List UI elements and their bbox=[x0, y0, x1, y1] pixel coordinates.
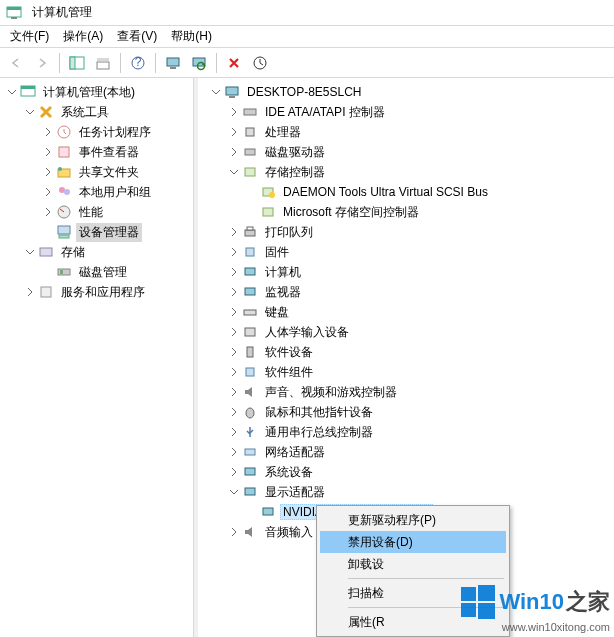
forward-button[interactable] bbox=[30, 51, 54, 75]
computer-cat[interactable]: 计算机 bbox=[198, 262, 614, 282]
ctx-uninstall[interactable]: 卸载设 bbox=[320, 553, 506, 575]
hid[interactable]: 人体学输入设备 bbox=[198, 322, 614, 342]
collapse-icon[interactable] bbox=[208, 84, 224, 100]
task-scheduler[interactable]: 任务计划程序 bbox=[0, 122, 193, 142]
tree-root[interactable]: 计算机管理(本地) bbox=[0, 82, 193, 102]
collapse-icon[interactable] bbox=[22, 104, 38, 120]
tree-label: DESKTOP-8E5SLCH bbox=[244, 84, 365, 100]
services-group[interactable]: 服务和应用程序 bbox=[0, 282, 193, 302]
expand-icon[interactable] bbox=[226, 224, 242, 240]
computer-button[interactable] bbox=[161, 51, 185, 75]
system-tools-group[interactable]: 系统工具 bbox=[0, 102, 193, 122]
tree-label: 任务计划程序 bbox=[76, 123, 154, 142]
display-adapters[interactable]: 显示适配器 bbox=[198, 482, 614, 502]
expand-icon[interactable] bbox=[226, 404, 242, 420]
component-icon bbox=[242, 364, 258, 380]
expand-icon[interactable] bbox=[226, 444, 242, 460]
expand-icon[interactable] bbox=[226, 344, 242, 360]
expand-icon[interactable] bbox=[226, 464, 242, 480]
gpu-icon bbox=[260, 504, 276, 520]
svg-point-36 bbox=[269, 192, 275, 198]
local-users[interactable]: 本地用户和组 bbox=[0, 182, 193, 202]
keyboard-icon bbox=[242, 304, 258, 320]
performance[interactable]: 性能 bbox=[0, 202, 193, 222]
tree-label: DAEMON Tools Ultra Virtual SCSI Bus bbox=[280, 184, 491, 200]
tree-label: 本地用户和组 bbox=[76, 183, 154, 202]
processors[interactable]: 处理器 bbox=[198, 122, 614, 142]
expand-icon[interactable] bbox=[226, 244, 242, 260]
menu-view[interactable]: 查看(V) bbox=[111, 26, 163, 47]
back-button[interactable] bbox=[4, 51, 28, 75]
expand-icon[interactable] bbox=[226, 104, 242, 120]
event-viewer[interactable]: 事件查看器 bbox=[0, 142, 193, 162]
svg-rect-51 bbox=[263, 508, 273, 515]
print-queues[interactable]: 打印队列 bbox=[198, 222, 614, 242]
storage-group[interactable]: 存储 bbox=[0, 242, 193, 262]
properties-button[interactable] bbox=[91, 51, 115, 75]
scan-button[interactable] bbox=[248, 51, 272, 75]
keyboards[interactable]: 键盘 bbox=[198, 302, 614, 322]
expand-icon[interactable] bbox=[40, 184, 56, 200]
storage-icon bbox=[38, 244, 54, 260]
device-tree-root[interactable]: DESKTOP-8E5SLCH bbox=[198, 82, 614, 102]
expand-icon[interactable] bbox=[40, 124, 56, 140]
tree-label: 磁盘驱动器 bbox=[262, 143, 328, 162]
mice[interactable]: 鼠标和其他指针设备 bbox=[198, 402, 614, 422]
software-components[interactable]: 软件组件 bbox=[198, 362, 614, 382]
svg-rect-17 bbox=[59, 147, 69, 157]
expand-icon[interactable] bbox=[226, 424, 242, 440]
menu-help[interactable]: 帮助(H) bbox=[165, 26, 218, 47]
expand-icon[interactable] bbox=[40, 144, 56, 160]
expand-icon[interactable] bbox=[226, 384, 242, 400]
help-button[interactable]: ? bbox=[126, 51, 150, 75]
system-devices[interactable]: 系统设备 bbox=[198, 462, 614, 482]
collapse-icon[interactable] bbox=[226, 164, 242, 180]
expand-icon[interactable] bbox=[226, 524, 242, 540]
show-hide-button[interactable] bbox=[65, 51, 89, 75]
disk-mgmt[interactable]: 磁盘管理 bbox=[0, 262, 193, 282]
ctx-update-driver[interactable]: 更新驱动程序(P) bbox=[320, 509, 506, 531]
watermark-url: www.win10xitong.com bbox=[502, 621, 610, 633]
expand-icon[interactable] bbox=[40, 204, 56, 220]
tree-label: 计算机 bbox=[262, 263, 304, 282]
shared-folders[interactable]: 共享文件夹 bbox=[0, 162, 193, 182]
ms-storage-ctrl[interactable]: Microsoft 存储空间控制器 bbox=[198, 202, 614, 222]
ctx-disable-device[interactable]: 禁用设备(D) bbox=[320, 531, 506, 553]
monitors[interactable]: 监视器 bbox=[198, 282, 614, 302]
collapse-icon[interactable] bbox=[4, 84, 20, 100]
firmware[interactable]: 固件 bbox=[198, 242, 614, 262]
daemon-tools[interactable]: DAEMON Tools Ultra Virtual SCSI Bus bbox=[198, 182, 614, 202]
expand-icon[interactable] bbox=[226, 324, 242, 340]
collapse-icon[interactable] bbox=[22, 244, 38, 260]
tree-label: 计算机管理(本地) bbox=[40, 83, 138, 102]
collapse-icon[interactable] bbox=[226, 484, 242, 500]
expand-icon[interactable] bbox=[226, 124, 242, 140]
expand-icon[interactable] bbox=[226, 364, 242, 380]
software-devices[interactable]: 软件设备 bbox=[198, 342, 614, 362]
menu-file[interactable]: 文件(F) bbox=[4, 26, 55, 47]
expand-icon[interactable] bbox=[40, 164, 56, 180]
storage-controllers[interactable]: 存储控制器 bbox=[198, 162, 614, 182]
speaker-icon bbox=[242, 384, 258, 400]
disk-drives[interactable]: 磁盘驱动器 bbox=[198, 142, 614, 162]
network-adapters[interactable]: 网络适配器 bbox=[198, 442, 614, 462]
ide-ata[interactable]: IDE ATA/ATAPI 控制器 bbox=[198, 102, 614, 122]
menu-action[interactable]: 操作(A) bbox=[57, 26, 109, 47]
sound-video[interactable]: 声音、视频和游戏控制器 bbox=[198, 382, 614, 402]
expand-icon[interactable] bbox=[22, 284, 38, 300]
expand-icon[interactable] bbox=[226, 264, 242, 280]
svg-rect-26 bbox=[58, 269, 70, 275]
usb[interactable]: 通用串行总线控制器 bbox=[198, 422, 614, 442]
delete-button[interactable] bbox=[222, 51, 246, 75]
refresh-button[interactable] bbox=[187, 51, 211, 75]
expand-icon[interactable] bbox=[226, 304, 242, 320]
mouse-icon bbox=[242, 404, 258, 420]
expand-icon[interactable] bbox=[226, 144, 242, 160]
toolbar: ? bbox=[0, 48, 614, 78]
tree-label: 服务和应用程序 bbox=[58, 283, 148, 302]
expand-icon[interactable] bbox=[226, 284, 242, 300]
svg-rect-39 bbox=[247, 227, 253, 230]
ide-icon bbox=[242, 104, 258, 120]
device-manager[interactable]: 设备管理器 bbox=[0, 222, 193, 242]
toolbar-separator bbox=[155, 53, 156, 73]
